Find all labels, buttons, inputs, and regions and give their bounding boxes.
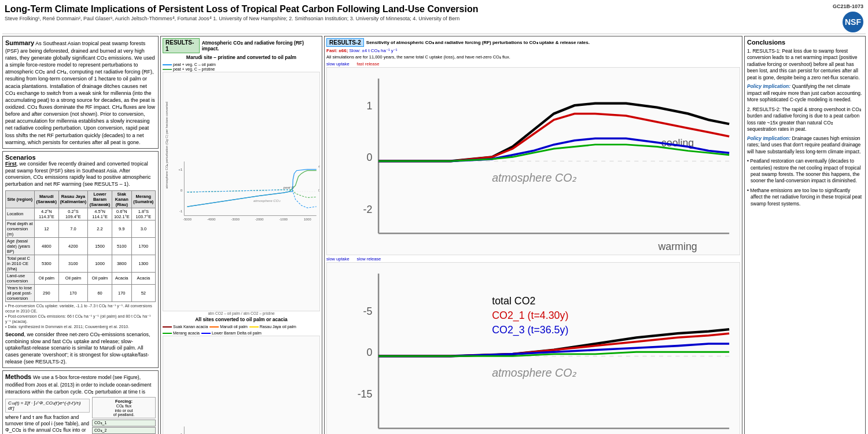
fast-text: Fast: ±66; bbox=[326, 48, 348, 53]
results2-charts: slow uptake fast release 1 0 -2 bbox=[326, 61, 740, 434]
legend-item-pristine: peat + veg. C – pristine bbox=[163, 67, 320, 71]
table-cell: 4200 bbox=[58, 237, 88, 255]
table-cell: 1300 bbox=[131, 255, 155, 272]
svg-text:atmosphere CO₂: atmosphere CO₂ bbox=[492, 171, 577, 184]
svg-text:-2000: -2000 bbox=[255, 218, 264, 221]
chart2-svg: +1 0 -1 -5000 -4000 -3000 -2000 -1000 bbox=[163, 336, 319, 434]
policy-implication-2: Policy Implication: bbox=[747, 135, 790, 141]
table-cell: 0.2°S 109.4°E bbox=[58, 208, 88, 220]
header: Long-Term Climate Implications of Persis… bbox=[2, 2, 866, 34]
svg-text:0: 0 bbox=[318, 189, 319, 192]
svg-text:-3000: -3000 bbox=[231, 218, 240, 221]
summary-text: As Southeast Asian tropical peat swamp f… bbox=[5, 41, 155, 145]
chart1-svg-area: +1 0 -1 -5000 -4000 -3000 -2000 bbox=[163, 72, 320, 311]
col-merang: Merang(Sumatra) bbox=[131, 190, 155, 208]
summary-section: Summary As Southeast Asian tropical peat… bbox=[2, 36, 159, 149]
col-rasau: Rasau Jaya(Kalimantan) bbox=[58, 190, 88, 208]
svg-text:+1: +1 bbox=[178, 167, 183, 171]
scenarios-title: Scenarios bbox=[5, 154, 156, 161]
table-cell: Age (basal date) (years BP) bbox=[6, 237, 35, 255]
lbl-marudi: Marudi oil palm bbox=[220, 325, 247, 329]
ll-rasau bbox=[249, 326, 259, 328]
co2-box-1: CO₂_1 bbox=[92, 420, 156, 426]
scenarios-table: Site (region) Marudi(Sarawak) Rasau Jaya… bbox=[5, 190, 156, 302]
table-cell: 3800 bbox=[112, 255, 131, 272]
r2-chart2-labels: slow uptake slow release bbox=[326, 256, 740, 262]
table-cell: 4.2°N 114.3°E bbox=[35, 208, 59, 220]
table-cell: Total peat C in 2010 CE (t/ha) bbox=[6, 255, 35, 272]
r2-chart1-labels: slow uptake fast release bbox=[326, 61, 740, 67]
svg-text:-1000: -1000 bbox=[279, 218, 288, 221]
forcing-desc: CO₂ fluxinto or outof peatland. bbox=[94, 404, 154, 417]
ll-marudi bbox=[209, 326, 219, 328]
svg-text:-5: -5 bbox=[363, 306, 373, 317]
table-cell: Oil palm bbox=[88, 272, 112, 284]
r2-svg1: 1 0 -2 warming cooling atmosphere CO₂ bbox=[327, 68, 740, 255]
table-cell: 4.5°N 114.1°E bbox=[88, 208, 112, 220]
ll-suak bbox=[163, 326, 172, 328]
lbl-merang: Merang acacia bbox=[173, 331, 200, 335]
chart2-title: All sites converted to oil palm or acaci… bbox=[163, 317, 320, 322]
table-cell: 3.0 bbox=[131, 220, 155, 237]
footnote: • Post-conversion CO₂ emissions: 66 t CO… bbox=[5, 314, 156, 324]
bullet-1: • Peatland restoration can eventually (d… bbox=[747, 158, 863, 185]
equation: C₀₂(t) = Σ[f · ∫₀ᵗ Φ_CO₂(t')e^(-(t-t')/τ… bbox=[5, 399, 90, 413]
svg-text:CO2_1 (t=4.30y): CO2_1 (t=4.30y) bbox=[492, 310, 568, 322]
svg-text:4000: 4000 bbox=[318, 165, 319, 168]
results-middle: RESULTS-1 Atmospheric CO₂ and radiative … bbox=[160, 36, 742, 434]
li-marudi: Marudi oil palm bbox=[209, 325, 247, 329]
chart1-legend: peat + veg. C – oil palm peat + veg. C –… bbox=[163, 62, 320, 72]
table-cell: 60 bbox=[88, 284, 112, 301]
svg-text:1000: 1000 bbox=[304, 218, 311, 221]
methods-eq-note: where f and τ are flux fraction and turn… bbox=[5, 414, 90, 434]
results1-charts: Marudi site – pristine and converted to … bbox=[163, 54, 320, 434]
chart1-title: Marudi site – pristine and converted to … bbox=[163, 54, 320, 60]
policy-implication-1: Policy Implication: bbox=[747, 83, 790, 89]
legend-line-pristine bbox=[163, 69, 172, 70]
col-lower: Lower Baram(Sarawak) bbox=[88, 190, 112, 208]
conclusions-section: Conclusions 1. RESULTS-1: Peat loss due … bbox=[744, 36, 866, 434]
r2-chart2: slow uptake slow release -5 0 -15 bbox=[326, 256, 740, 434]
methods-title: Methods bbox=[5, 373, 31, 380]
table-row: Years to lose all peat post-conversion29… bbox=[6, 284, 156, 301]
chart2-container: All sites converted to oil palm or acaci… bbox=[163, 317, 320, 434]
results1-header: RESULTS-1 Atmospheric CO₂ and radiative … bbox=[163, 38, 320, 53]
conclusion-1: 1. RESULTS-1: Peat loss due to swamp for… bbox=[747, 48, 863, 81]
results2-subtitle: Fast: ±66; Slow: ±4 t CO₂ ha⁻¹ y⁻¹ bbox=[326, 48, 740, 53]
table-cell: Acacia bbox=[131, 272, 155, 284]
gc-badge: GC21B-1073 bbox=[833, 3, 863, 9]
table-cell: 1000 bbox=[88, 255, 112, 272]
second-label: Second bbox=[5, 332, 24, 337]
li-suak: Suak Kanan acacia bbox=[163, 325, 208, 329]
chart1-xaxis-label: atm CO2 – oil palm / atm CO2 – pristine bbox=[163, 311, 320, 315]
results2-note: All simulations are for 11,000 years, th… bbox=[326, 54, 740, 60]
summary-title: Summary bbox=[5, 39, 34, 46]
chart1-container: Marudi site – pristine and converted to … bbox=[163, 54, 320, 315]
table-cell: 2.2 bbox=[88, 220, 112, 237]
table-cell: 170 bbox=[58, 284, 88, 301]
table-row: Location4.2°N 114.3°E0.2°S 109.4°E4.5°N … bbox=[6, 208, 156, 220]
ll-lowbaram bbox=[201, 333, 211, 334]
col-site: Site (region) bbox=[6, 190, 35, 208]
table-cell: Years to lose all peat post-conversion bbox=[6, 284, 35, 301]
slow-uptake2: slow uptake bbox=[326, 256, 350, 262]
lbl-suak: Suak Kanan acacia bbox=[173, 325, 208, 329]
legend-label-pristine: peat + veg. C – pristine bbox=[173, 67, 215, 71]
svg-text:total CO2: total CO2 bbox=[492, 295, 535, 307]
svg-text:-2: -2 bbox=[363, 204, 373, 215]
svg-text:atmosphere CO₂: atmosphere CO₂ bbox=[492, 366, 577, 379]
li-lowbaram: Lower Baram Delta oil palm bbox=[201, 331, 262, 335]
table-cell: 7.0 bbox=[58, 220, 88, 237]
table-row: Age (basal date) (years BP)4800420015005… bbox=[6, 237, 156, 255]
legend-line-oilpalm bbox=[163, 64, 172, 65]
table-cell: Oil palm bbox=[58, 272, 88, 284]
svg-text:-4000: -4000 bbox=[207, 218, 216, 221]
second-text: , we consider three net-zero CO₂-emissio… bbox=[5, 332, 150, 365]
methods-content: C₀₂(t) = Σ[f · ∫₀ᵗ Φ_CO₂(t')e^(-(t-t')/τ… bbox=[5, 397, 156, 434]
results1-label: RESULTS-1 bbox=[163, 38, 200, 53]
results2-header: RESULTS-2 Sensitivity of atmospheric CO₂… bbox=[326, 38, 740, 47]
methods-left: C₀₂(t) = Σ[f · ∫₀ᵗ Φ_CO₂(t')e^(-(t-t')/τ… bbox=[5, 397, 90, 434]
forcing-label: Forcing: bbox=[94, 399, 154, 404]
header-text: Long-Term Climate Implications of Persis… bbox=[5, 3, 833, 21]
chart1-svg: +1 0 -1 -5000 -4000 -3000 -2000 bbox=[163, 72, 319, 311]
